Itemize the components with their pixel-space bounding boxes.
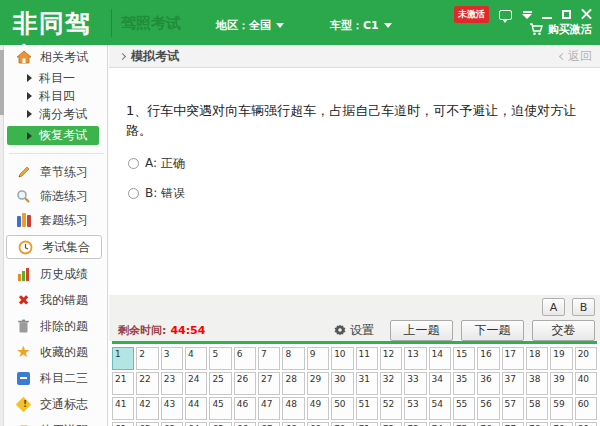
question-number-cell[interactable]: 38 [526, 372, 548, 395]
sidebar-item-subject1[interactable]: 科目一 [5, 69, 108, 87]
question-number-cell[interactable]: 18 [526, 347, 548, 370]
question-number-cell[interactable]: 71 [356, 422, 378, 426]
question-number-cell[interactable]: 55 [453, 397, 475, 420]
sidebar-item-subject23[interactable]: 科目二三 [5, 365, 108, 391]
question-number-cell[interactable]: 39 [550, 372, 572, 395]
question-number-cell[interactable]: 48 [282, 397, 304, 420]
sidebar-item-set-practice[interactable]: 套题练习 [5, 208, 108, 232]
submit-exam-button[interactable]: 交卷 [532, 320, 595, 341]
question-number-cell[interactable]: 41 [112, 397, 134, 420]
question-number-cell[interactable]: 65 [209, 422, 231, 426]
rollup-icon[interactable] [522, 11, 532, 19]
sidebar-item-history-scores[interactable]: 历史成绩 [5, 261, 108, 287]
question-number-cell[interactable]: 29 [307, 372, 329, 395]
prev-question-button[interactable]: 上一题 [390, 320, 453, 341]
question-number-cell[interactable]: 23 [161, 372, 183, 395]
buy-activation-button[interactable]: 购买激活 [529, 22, 592, 37]
question-number-cell[interactable]: 58 [526, 397, 548, 420]
question-number-cell[interactable]: 27 [258, 372, 280, 395]
sidebar-item-related-exams[interactable]: 相关考试 [5, 45, 108, 69]
question-number-cell[interactable]: 12 [380, 347, 402, 370]
question-number-cell[interactable]: 25 [209, 372, 231, 395]
question-number-cell[interactable]: 54 [429, 397, 451, 420]
sidebar-item-my-mistakes[interactable]: ✖ 我的错题 [5, 287, 108, 313]
question-number-cell[interactable]: 62 [136, 422, 158, 426]
question-number-cell[interactable]: 46 [234, 397, 256, 420]
shortcut-a-button[interactable]: A [542, 298, 565, 316]
question-number-cell[interactable]: 74 [429, 422, 451, 426]
question-number-cell[interactable]: 3 [161, 347, 183, 370]
question-number-cell[interactable]: 7 [258, 347, 280, 370]
question-number-cell[interactable]: 56 [477, 397, 499, 420]
question-number-cell[interactable]: 36 [477, 372, 499, 395]
sidebar-item-favorite-questions[interactable]: ★ 收藏的题 [5, 339, 108, 365]
question-number-cell[interactable]: 19 [550, 347, 572, 370]
question-number-cell[interactable]: 40 [575, 372, 597, 395]
question-number-cell[interactable]: 42 [136, 397, 158, 420]
question-number-cell[interactable]: 67 [258, 422, 280, 426]
cartype-select[interactable]: 车型：C1 [330, 18, 392, 33]
sidebar-item-chapter-practice[interactable]: 章节练习 [5, 160, 108, 184]
question-number-cell[interactable]: 53 [404, 397, 426, 420]
question-number-cell[interactable]: 68 [282, 422, 304, 426]
sidebar-item-instructions[interactable]: 使用说明 [5, 417, 108, 426]
sidebar-item-resume-exam[interactable]: 恢复考试 [7, 126, 99, 145]
question-number-cell[interactable]: 77 [502, 422, 524, 426]
question-number-cell[interactable]: 34 [429, 372, 451, 395]
back-link[interactable]: 返回 [560, 48, 592, 65]
question-number-cell[interactable]: 9 [307, 347, 329, 370]
sidebar-item-traffic-signs[interactable]: ! 交通标志 [5, 391, 108, 417]
question-number-cell[interactable]: 69 [307, 422, 329, 426]
question-number-cell[interactable]: 64 [185, 422, 207, 426]
minimize-icon[interactable] [542, 17, 552, 19]
question-number-cell[interactable]: 47 [258, 397, 280, 420]
question-number-cell[interactable]: 31 [356, 372, 378, 395]
question-number-cell[interactable]: 21 [112, 372, 134, 395]
sidebar-scrollbar[interactable] [0, 45, 4, 426]
question-number-cell[interactable]: 49 [307, 397, 329, 420]
question-number-cell[interactable]: 11 [356, 347, 378, 370]
settings-button[interactable]: 设置 [334, 322, 374, 339]
question-number-cell[interactable]: 26 [234, 372, 256, 395]
question-number-cell[interactable]: 63 [161, 422, 183, 426]
question-number-cell[interactable]: 45 [209, 397, 231, 420]
shortcut-b-button[interactable]: B [572, 298, 595, 316]
question-number-cell[interactable]: 73 [404, 422, 426, 426]
sidebar-item-full-score-exam[interactable]: 满分考试 [5, 105, 108, 123]
question-number-cell[interactable]: 13 [404, 347, 426, 370]
next-question-button[interactable]: 下一题 [461, 320, 524, 341]
question-number-cell[interactable]: 43 [161, 397, 183, 420]
question-number-cell[interactable]: 75 [453, 422, 475, 426]
sidebar-item-subject4[interactable]: 科目四 [5, 87, 108, 105]
maximize-icon[interactable] [562, 10, 571, 19]
scrollbar-thumb[interactable] [0, 50, 4, 115]
question-number-cell[interactable]: 33 [404, 372, 426, 395]
question-number-cell[interactable]: 37 [502, 372, 524, 395]
sidebar-item-exam-collection[interactable]: 考试集合 [6, 235, 102, 259]
question-number-cell[interactable]: 59 [550, 397, 572, 420]
question-number-cell[interactable]: 1 [112, 347, 134, 370]
question-number-cell[interactable]: 20 [575, 347, 597, 370]
question-number-cell[interactable]: 70 [331, 422, 353, 426]
feedback-chat-icon[interactable] [499, 10, 512, 20]
question-number-cell[interactable]: 24 [185, 372, 207, 395]
question-number-cell[interactable]: 35 [453, 372, 475, 395]
question-number-cell[interactable]: 10 [331, 347, 353, 370]
option-b[interactable]: B: 错误 [128, 185, 185, 202]
question-number-cell[interactable]: 66 [234, 422, 256, 426]
question-number-cell[interactable]: 79 [550, 422, 572, 426]
question-number-cell[interactable]: 5 [209, 347, 231, 370]
question-number-cell[interactable]: 2 [136, 347, 158, 370]
question-number-cell[interactable]: 44 [185, 397, 207, 420]
question-number-cell[interactable]: 22 [136, 372, 158, 395]
question-number-cell[interactable]: 72 [380, 422, 402, 426]
question-number-cell[interactable]: 57 [502, 397, 524, 420]
sidebar-item-filter-practice[interactable]: 筛选练习 [5, 184, 108, 208]
sidebar-item-excluded-questions[interactable]: 排除的题 [5, 313, 108, 339]
question-number-cell[interactable]: 14 [429, 347, 451, 370]
close-icon[interactable] [581, 9, 592, 20]
radio-icon[interactable] [128, 188, 139, 199]
region-select[interactable]: 地区：全国 [216, 18, 284, 33]
question-number-cell[interactable]: 60 [575, 397, 597, 420]
question-number-cell[interactable]: 32 [380, 372, 402, 395]
